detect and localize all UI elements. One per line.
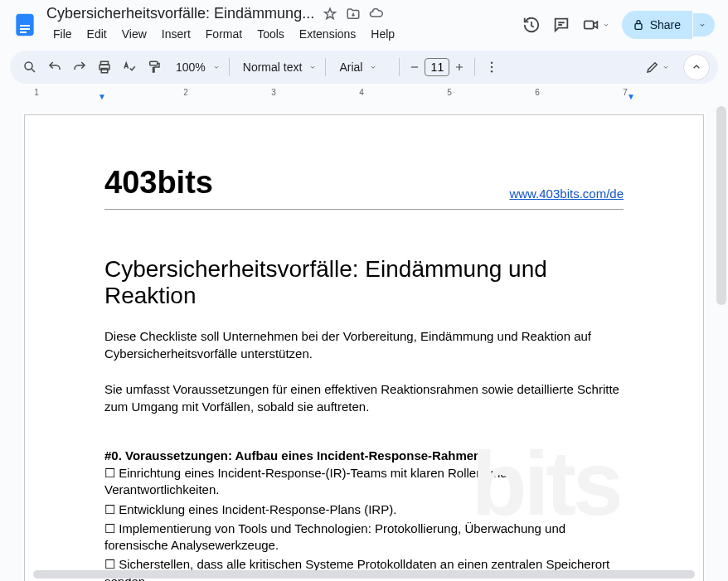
document-canvas[interactable]: bits 403bits www.403bits.com/de Cybersic… xyxy=(0,106,728,581)
menu-help[interactable]: Help xyxy=(364,24,401,44)
paint-format-icon[interactable] xyxy=(143,56,166,79)
style-dropdown[interactable]: Normal text xyxy=(235,61,321,74)
zoom-dropdown[interactable]: 100% xyxy=(167,61,224,74)
more-tools-icon[interactable] xyxy=(480,56,503,79)
brand-link[interactable]: www.403bits.com/de xyxy=(509,186,624,201)
menu-edit[interactable]: Edit xyxy=(80,24,114,44)
font-dropdown[interactable]: Arial xyxy=(331,61,394,74)
document-title[interactable]: Cybersicherheitsvorfälle: Eindämmung... xyxy=(46,5,314,22)
menu-tools[interactable]: Tools xyxy=(250,24,291,44)
indent-marker-right[interactable]: ▼ xyxy=(627,92,635,101)
menu-format[interactable]: Format xyxy=(199,24,249,44)
horizontal-scrollbar[interactable] xyxy=(33,570,695,579)
editing-mode-button[interactable] xyxy=(637,56,678,78)
chevron-down-icon[interactable] xyxy=(602,21,610,29)
intro-paragraph-1: Diese Checkliste soll Unternehmen bei de… xyxy=(104,327,624,362)
menu-file[interactable]: File xyxy=(46,24,79,44)
svg-rect-3 xyxy=(20,31,27,33)
docs-logo-icon[interactable] xyxy=(10,10,40,40)
menu-view[interactable]: View xyxy=(115,24,153,44)
doc-heading: Cybersicherheitsvorfälle: Eindämmung und… xyxy=(104,256,624,309)
redo-icon[interactable] xyxy=(68,56,91,79)
print-icon[interactable] xyxy=(93,56,116,79)
share-label: Share xyxy=(650,18,681,31)
brand-heading: 403bits xyxy=(104,165,213,201)
menu-insert[interactable]: Insert xyxy=(155,24,197,44)
spellcheck-icon[interactable] xyxy=(118,56,141,79)
svg-rect-5 xyxy=(635,23,642,29)
menu-extensions[interactable]: Extensions xyxy=(293,24,362,44)
svg-rect-2 xyxy=(20,28,30,30)
checklist-item: ☐ Entwicklung eines Incident-Response-Pl… xyxy=(104,501,624,518)
intro-paragraph-2: Sie umfasst Voraussetzungen für einen ef… xyxy=(104,380,624,415)
toolbar: 100% Normal text Arial xyxy=(10,51,718,84)
ruler[interactable]: 1 2 3 4 5 6 7 ▼ ▼ xyxy=(12,87,716,100)
vertical-scrollbar[interactable] xyxy=(716,106,726,305)
style-value: Normal text xyxy=(238,61,308,74)
undo-icon[interactable] xyxy=(43,56,66,79)
comments-icon[interactable] xyxy=(552,16,570,34)
svg-rect-4 xyxy=(584,21,593,28)
indent-marker-left[interactable]: ▼ xyxy=(98,92,106,101)
page[interactable]: bits 403bits www.403bits.com/de Cybersic… xyxy=(24,114,704,581)
share-button[interactable]: Share xyxy=(622,11,692,39)
checklist-item: ☐ Einrichtung eines Incident-Response-(I… xyxy=(104,465,624,499)
zoom-value: 100% xyxy=(171,61,211,74)
svg-point-12 xyxy=(491,66,493,68)
collapse-toolbar-button[interactable] xyxy=(683,54,710,80)
search-menu-icon[interactable] xyxy=(18,56,41,79)
svg-point-13 xyxy=(491,70,493,72)
svg-point-11 xyxy=(491,62,493,64)
share-dropdown[interactable] xyxy=(693,13,715,36)
svg-rect-10 xyxy=(150,61,158,65)
font-size-input[interactable] xyxy=(425,58,449,76)
star-icon[interactable] xyxy=(323,7,337,22)
checklist-item: ☐ Implementierung von Tools und Technolo… xyxy=(104,520,624,554)
video-call-icon[interactable] xyxy=(582,16,600,34)
svg-point-6 xyxy=(25,62,32,70)
section-heading-0: #0. Voraussetzungen: Aufbau eines Incide… xyxy=(104,448,624,462)
increase-font-button[interactable] xyxy=(449,57,469,77)
font-value: Arial xyxy=(334,61,367,74)
cloud-status-icon[interactable] xyxy=(369,7,384,22)
menu-bar: File Edit View Insert Format Tools Exten… xyxy=(46,24,516,44)
svg-rect-1 xyxy=(20,25,30,27)
history-icon[interactable] xyxy=(522,16,541,34)
move-folder-icon[interactable] xyxy=(346,7,361,22)
decrease-font-button[interactable] xyxy=(405,57,425,77)
